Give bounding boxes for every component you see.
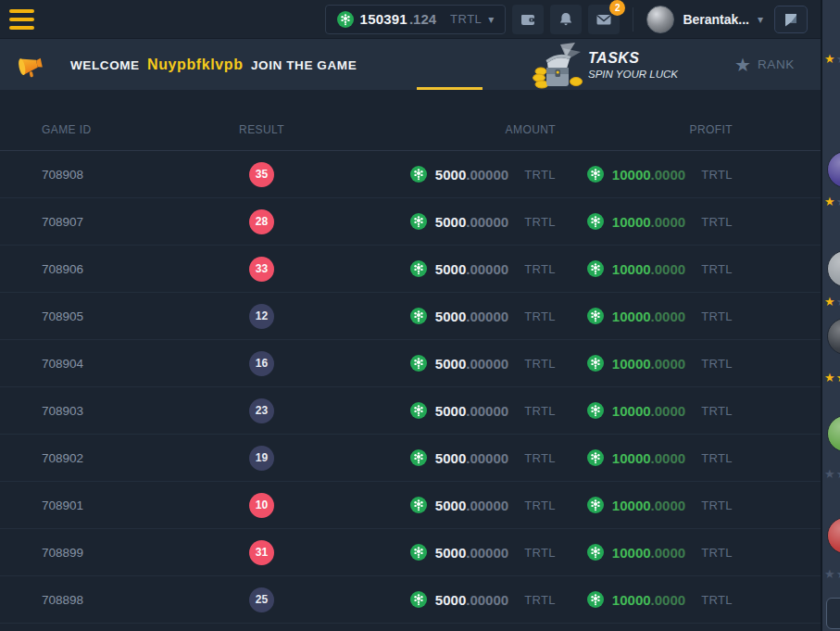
profit-currency: TRTL — [701, 357, 733, 371]
amount-currency: TRTL — [524, 168, 556, 182]
star-icon: ★ — [824, 567, 836, 581]
balance-decimals: .124 — [409, 11, 436, 27]
star-icon: ★ — [836, 295, 840, 309]
profit-value: 10000 — [612, 498, 651, 513]
amount-value: 5000 — [435, 309, 466, 324]
profit-currency: TRTL — [701, 215, 733, 229]
chat-toggle-button[interactable] — [774, 6, 808, 33]
chat-panel-edge: ★★★★★★★★★★★★★★★★★★ — [822, 0, 840, 631]
balance-selector[interactable]: 150391 .124 TRTL ▾ — [325, 5, 507, 34]
profit-cell: 10000 .0000 TRTL — [556, 355, 779, 372]
game-id-cell: 708901 — [42, 498, 190, 512]
game-id-cell: 708902 — [42, 451, 190, 465]
amount-decimals: .00000 — [466, 545, 508, 561]
coin-icon — [410, 166, 427, 183]
wallet-button[interactable] — [512, 5, 544, 34]
profit-decimals: .0000 — [651, 403, 686, 419]
coin-icon — [587, 591, 604, 608]
profit-currency: TRTL — [701, 451, 733, 465]
amount-value: 5000 — [435, 450, 466, 466]
chat-user-avatar[interactable] — [827, 250, 840, 287]
result-badge: 28 — [249, 209, 274, 234]
tasks-text: TASKS SPIN YOUR LUCK — [588, 50, 678, 80]
result-badge: 16 — [249, 351, 274, 376]
amount-value: 5000 — [435, 214, 466, 230]
amount-currency: TRTL — [524, 357, 556, 371]
profit-decimals: .0000 — [651, 498, 686, 513]
main-area: 150391 .124 TRTL ▾ 2 Berantak... ▾ — [0, 0, 821, 631]
hamburger-bar — [9, 26, 34, 30]
hamburger-menu-button[interactable] — [9, 7, 37, 32]
star-icon: ★ — [824, 295, 836, 309]
top-bar: 150391 .124 TRTL ▾ 2 Berantak... ▾ — [0, 0, 821, 39]
game-id-cell: 708899 — [42, 546, 190, 560]
rank-button[interactable]: ★ RANK — [734, 39, 795, 90]
profit-decimals: .0000 — [651, 545, 686, 561]
profit-cell: 10000 .0000 TRTL — [556, 449, 779, 466]
profit-currency: TRTL — [701, 262, 733, 276]
coin-icon — [337, 11, 354, 28]
chat-user-avatar[interactable] — [827, 318, 840, 355]
chat-input[interactable] — [826, 598, 840, 629]
profit-value: 10000 — [612, 450, 651, 466]
amount-currency: TRTL — [524, 262, 556, 276]
treasure-chest-icon — [533, 43, 583, 89]
amount-decimals: .00000 — [466, 167, 508, 183]
user-menu[interactable]: Berantak... ▾ — [646, 6, 763, 33]
table-row: 708906 33 5000 .00000 TRTL 10000 .0000 T… — [0, 246, 821, 293]
welcome-prefix: WELCOME — [70, 58, 140, 72]
profit-cell: 10000 .0000 TRTL — [556, 544, 779, 561]
profit-value: 10000 — [612, 356, 651, 372]
profit-cell: 10000 .0000 TRTL — [556, 213, 779, 230]
amount-value: 5000 — [435, 498, 466, 513]
amount-cell: 5000 .00000 TRTL — [333, 591, 556, 608]
table-header: GAME ID RESULT AMOUNT PROFIT — [0, 90, 821, 151]
profit-value: 10000 — [612, 167, 651, 183]
result-cell: 35 — [190, 162, 333, 187]
balance-amount: 150391 — [360, 11, 407, 27]
profit-decimals: .0000 — [651, 356, 686, 372]
chat-user-avatar[interactable] — [827, 415, 840, 452]
table-body: 708908 35 5000 .00000 TRTL 10000 .0000 T… — [0, 151, 821, 624]
star-icon: ★ — [836, 467, 840, 481]
profit-value: 10000 — [612, 403, 651, 419]
amount-cell: 5000 .00000 TRTL — [333, 449, 556, 466]
amount-decimals: .00000 — [466, 261, 508, 277]
chat-user-stars: ★★★ — [824, 467, 840, 481]
promo-banner: WELCOME Nuypbfklvpb JOIN THE GAME — [0, 39, 821, 90]
amount-cell: 5000 .00000 TRTL — [333, 260, 556, 277]
coin-icon — [410, 449, 427, 466]
wallet-icon — [520, 11, 536, 28]
game-id-cell: 708903 — [42, 404, 190, 418]
amount-value: 5000 — [435, 545, 466, 561]
amount-value: 5000 — [435, 592, 466, 608]
chat-user-avatar[interactable] — [827, 517, 840, 554]
profit-decimals: .0000 — [651, 214, 686, 230]
star-icon: ★ — [824, 52, 836, 66]
result-badge: 35 — [249, 162, 274, 187]
coin-icon — [410, 355, 427, 372]
coin-icon — [410, 402, 427, 419]
chat-user-stars: ★★★ — [824, 52, 840, 66]
chat-user-stars: ★★★ — [824, 371, 840, 385]
result-badge: 33 — [249, 257, 274, 282]
profit-currency: TRTL — [701, 498, 733, 512]
amount-value: 5000 — [435, 403, 466, 419]
chat-user-avatar[interactable] — [827, 151, 840, 188]
star-icon: ★ — [836, 52, 840, 66]
table-row: 708903 23 5000 .00000 TRTL 10000 .0000 T… — [0, 387, 821, 435]
amount-cell: 5000 .00000 TRTL — [333, 497, 556, 513]
tasks-banner[interactable]: TASKS SPIN YOUR LUCK — [533, 39, 678, 90]
result-badge: 23 — [249, 398, 274, 423]
notifications-button[interactable] — [550, 5, 582, 34]
table-row: 708899 31 5000 .00000 TRTL 10000 .0000 T… — [0, 529, 821, 576]
amount-cell: 5000 .00000 TRTL — [333, 213, 556, 230]
table-row: 708907 28 5000 .00000 TRTL 10000 .0000 T… — [0, 198, 821, 246]
amount-currency: TRTL — [524, 498, 556, 512]
coin-icon — [410, 213, 427, 230]
coin-icon — [410, 497, 427, 513]
messages-button[interactable]: 2 — [588, 5, 620, 34]
profit-currency: TRTL — [701, 309, 733, 323]
chevron-down-icon: ▾ — [758, 14, 763, 25]
app-window: 150391 .124 TRTL ▾ 2 Berantak... ▾ — [0, 0, 840, 631]
